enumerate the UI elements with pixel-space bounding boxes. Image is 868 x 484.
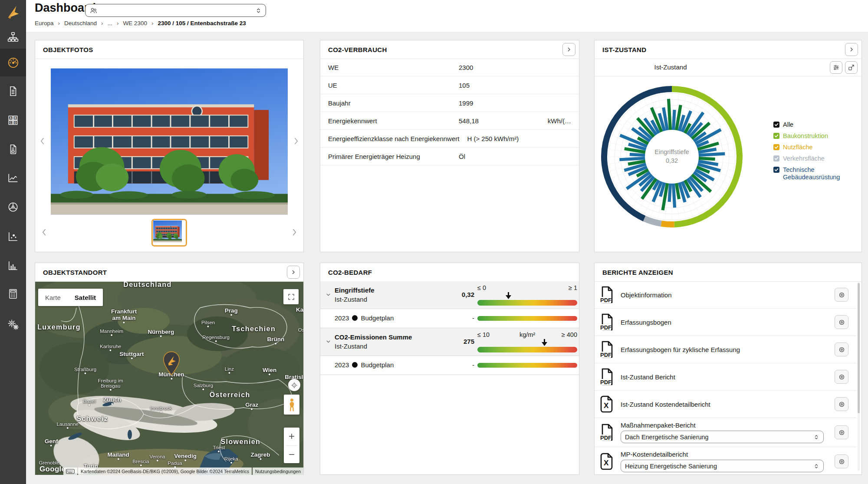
preview-report-button[interactable] [835, 425, 848, 439]
gauge-value: - [437, 361, 474, 369]
sidebar-item-rotor[interactable] [0, 195, 26, 219]
map-pegman-button[interactable] [284, 395, 299, 415]
legend-checkbox[interactable] [773, 122, 779, 128]
legend-checkbox[interactable] [773, 167, 779, 173]
eye-preview-icon [838, 458, 845, 465]
sidebar-item-bar-chart[interactable] [0, 254, 26, 278]
photo-prev-button[interactable] [37, 132, 48, 150]
row-value: H (> 250 kWh/m²) [467, 135, 519, 142]
fullscreen-icon [287, 293, 295, 301]
breadcrumb-item[interactable]: Europa› [35, 20, 64, 26]
chevron-left-icon [39, 134, 46, 148]
breadcrumb: Europa›Deutschland›...›WE 2300›2300 / 10… [35, 20, 246, 26]
sidebar-item-documents[interactable] [0, 79, 26, 103]
chevron-down-icon [326, 339, 331, 344]
thumbnails-next-button[interactable] [289, 226, 300, 239]
report-variant-select[interactable]: Dach Energetische Sanierung [621, 431, 824, 443]
sidebar-item-dashboard[interactable] [0, 49, 26, 76]
map[interactable]: DeutschlandFrankfurt am MainLuxemburgMan… [35, 282, 303, 475]
row-unit: kWh/(… [548, 117, 571, 125]
keyboard-shortcuts-icon[interactable] [63, 468, 77, 475]
open-ist-zustand-button[interactable] [845, 43, 858, 56]
open-co2-verbrauch-button[interactable] [562, 43, 575, 56]
scrollbar-thumb[interactable] [858, 283, 860, 413]
report-file-icon: PDF [600, 286, 615, 303]
map-zoom-out-button[interactable]: − [284, 446, 299, 464]
bar-chart-icon [7, 260, 19, 271]
chart-filter-button[interactable] [830, 61, 842, 74]
report-file-icon: PDF [600, 313, 615, 331]
sidebar-item-settings[interactable] [0, 313, 26, 337]
preview-report-button[interactable] [835, 370, 848, 384]
pdf-file-icon: PDF [600, 368, 615, 385]
photo-next-button[interactable] [290, 132, 302, 150]
breadcrumb-item[interactable]: Deutschland› [64, 20, 108, 26]
radial-chart[interactable]: Eingriffstiefe0,32 [598, 83, 746, 230]
svg-text:D: D [14, 121, 16, 124]
preview-report-button[interactable] [835, 288, 848, 302]
sidebar-item-calculator[interactable] [0, 282, 26, 306]
sidebar-item-matrix[interactable]: ABCD [0, 108, 26, 132]
legend-label: Nutzfläche [783, 144, 813, 151]
card-objektstandort: OBJEKTSTANDORT [35, 263, 304, 475]
map-terms-link[interactable]: Nutzungsbedingungen [253, 468, 303, 475]
legend-checkbox[interactable] [773, 144, 779, 150]
breadcrumb-item[interactable]: 2300 / 105 / Entenbachstraße 23› [158, 20, 246, 26]
scrollbar[interactable] [858, 282, 860, 471]
map-zoom-in-button[interactable]: + [284, 428, 299, 445]
app-logo-bird-icon[interactable] [0, 0, 26, 24]
breadcrumb-item[interactable]: ...› [108, 20, 123, 26]
breadcrumb-item[interactable]: WE 2300› [123, 20, 158, 26]
collapse-row-button[interactable] [326, 292, 331, 297]
map-zoom-control: + − [284, 428, 299, 463]
svg-text:B: B [14, 116, 16, 119]
sidebar-item-line-chart[interactable] [0, 166, 26, 190]
gauge-sublabel: Ist-Zustand [335, 342, 412, 351]
pdf-file-icon: PDF [600, 341, 615, 358]
preview-report-button[interactable] [835, 397, 848, 411]
portfolio-select[interactable] [85, 4, 266, 17]
sidebar-item-hierarchy[interactable] [0, 25, 26, 49]
collapse-row-button[interactable] [326, 339, 331, 344]
legend-item[interactable]: Technische Gebäudeausrüstung [773, 166, 849, 181]
preview-report-button[interactable] [835, 454, 848, 468]
row-label: Baujahr [328, 99, 459, 107]
legend-item[interactable]: Verkehrsfläche [773, 155, 849, 162]
rotor-icon [7, 201, 19, 213]
chart-expand-button[interactable] [845, 61, 858, 74]
topbar: Dashboard Europa›Deutschland›...›WE 2300… [26, 0, 868, 32]
check-icon [774, 122, 779, 127]
map-type-satellit-button[interactable]: Satellit [68, 289, 103, 306]
legend-checkbox[interactable] [773, 155, 779, 161]
gauge-row-budgetplan: 2023Budgetplan - [320, 309, 579, 328]
document-icon [7, 86, 19, 97]
preview-report-button[interactable] [835, 315, 848, 329]
legend-item[interactable]: Baukonstruktion [773, 132, 849, 140]
gauge-marker-icon [541, 339, 548, 346]
preview-report-button[interactable] [835, 342, 848, 356]
gauge-row-budgetplan: 2023Budgetplan - [320, 356, 579, 375]
card-co2-bedarf: CO2-BEDARF EingriffstiefeIst-Zustand 0,3… [320, 263, 579, 475]
gauge-value: 0,32 [437, 291, 474, 298]
map-fullscreen-button[interactable] [283, 289, 299, 304]
report-row: PDF Ist-Zustand Bericht [595, 363, 856, 391]
excel-file-icon: X [600, 395, 613, 413]
svg-text:A: A [10, 116, 12, 119]
map-type-control: Karte Satellit [38, 289, 103, 306]
report-variant-select[interactable]: Heizung Energetische Sanierung [621, 460, 824, 472]
gauge-label: CO2-Emissionen Summe [335, 333, 412, 342]
sidebar-item-reports[interactable] [0, 137, 26, 161]
eye-preview-icon [838, 373, 845, 381]
map-locate-button[interactable] [288, 379, 300, 391]
thumbnails-prev-button[interactable] [39, 226, 50, 239]
open-objektstandort-button[interactable] [287, 266, 300, 279]
legend-item[interactable]: Alle [773, 121, 849, 128]
sidebar-item-scatter[interactable] [0, 224, 26, 249]
map-type-karte-button[interactable]: Karte [38, 289, 68, 306]
photo-thumbnail-selected[interactable] [151, 219, 187, 247]
report-copy-icon [7, 144, 19, 155]
legend-checkbox[interactable] [773, 133, 779, 139]
legend-item[interactable]: Nutzfläche [773, 144, 849, 151]
map-pin-object-location[interactable] [163, 351, 180, 376]
select-updown-icon [813, 463, 819, 469]
